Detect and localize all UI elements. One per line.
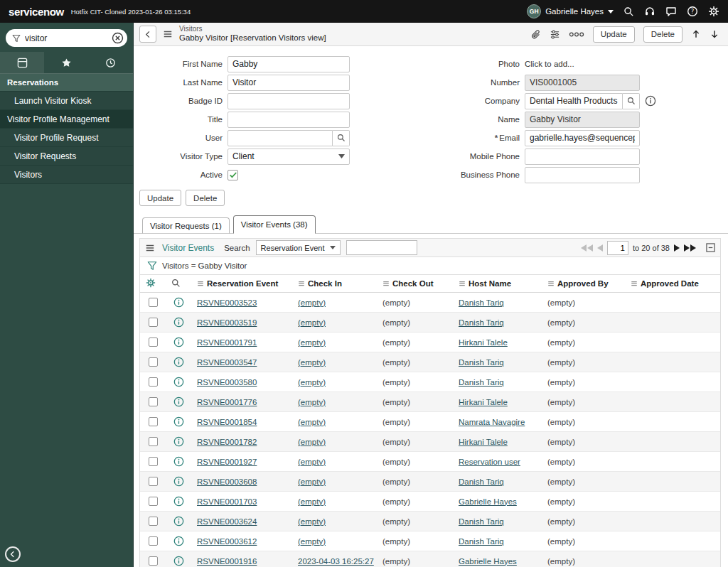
record-preview-icon[interactable] xyxy=(173,297,184,308)
photo-add-link[interactable]: Click to add... xyxy=(525,60,574,68)
record-preview-icon[interactable] xyxy=(173,536,184,546)
host-name-link[interactable]: Danish Tariq xyxy=(459,477,504,486)
reservation-event-link[interactable]: RSVNE0003608 xyxy=(197,477,257,486)
clear-search-icon[interactable] xyxy=(112,32,124,44)
list-search-input[interactable] xyxy=(346,240,417,255)
row-checkbox[interactable] xyxy=(149,477,158,486)
user-lookup-icon[interactable] xyxy=(333,130,350,146)
record-preview-icon[interactable] xyxy=(173,456,184,467)
visitor-type-select[interactable]: Client xyxy=(228,148,350,165)
tab-visitor-events[interactable]: Visitor Events (38) xyxy=(233,215,316,234)
host-name-link[interactable]: Hirkani Talele xyxy=(459,438,508,446)
update-button-bottom[interactable]: Update xyxy=(139,190,181,206)
attachment-icon[interactable] xyxy=(530,29,541,40)
list-context-menu-icon[interactable] xyxy=(145,243,155,253)
host-name-link[interactable]: Hirkani Talele xyxy=(459,398,508,406)
sidebar-item-visitor-profile-request[interactable]: Visitor Profile Request xyxy=(0,129,133,147)
user-input[interactable] xyxy=(228,130,333,146)
reservation-event-link[interactable]: RSVNE0001703 xyxy=(197,497,257,506)
tab-visitor-requests[interactable]: Visitor Requests (1) xyxy=(142,217,230,234)
reservation-event-link[interactable]: RSVNE0003580 xyxy=(197,378,257,387)
prev-page-icon[interactable] xyxy=(597,244,603,252)
nav-tab-favorites[interactable] xyxy=(44,52,88,73)
host-name-link[interactable]: Gabrielle Hayes xyxy=(459,557,517,566)
reservation-event-link[interactable]: RSVNE0001854 xyxy=(197,418,257,426)
row-checkbox[interactable] xyxy=(149,338,158,347)
check-in-link[interactable]: (empty) xyxy=(298,477,326,486)
sidebar-collapse-button[interactable] xyxy=(5,546,21,562)
check-in-link[interactable]: (empty) xyxy=(298,358,326,367)
reservation-event-link[interactable]: RSVNE0001916 xyxy=(197,557,257,566)
check-in-link[interactable]: (empty) xyxy=(298,338,326,347)
reservation-event-link[interactable]: RSVNE0003624 xyxy=(197,517,257,526)
more-options-icon[interactable] xyxy=(569,31,584,38)
record-preview-icon[interactable] xyxy=(173,436,184,447)
reservation-event-link[interactable]: RSVNE0003547 xyxy=(197,358,257,367)
record-preview-icon[interactable] xyxy=(173,396,184,407)
host-name-link[interactable]: Reservation user xyxy=(459,458,520,466)
host-name-link[interactable]: Danish Tariq xyxy=(459,298,504,307)
check-in-link[interactable]: (empty) xyxy=(298,458,326,466)
host-name-link[interactable]: Hirkani Talele xyxy=(459,338,508,347)
row-checkbox[interactable] xyxy=(149,457,158,466)
first-page-icon[interactable] xyxy=(581,244,593,252)
record-preview-icon[interactable] xyxy=(173,476,184,487)
form-context-menu-icon[interactable] xyxy=(163,29,173,39)
column-header-check-out[interactable]: Check Out xyxy=(377,275,453,293)
company-input[interactable] xyxy=(525,93,623,109)
business-phone-input[interactable] xyxy=(525,167,640,183)
navigator-search-input[interactable] xyxy=(25,33,107,43)
host-name-link[interactable]: Namrata Navagire xyxy=(459,418,525,426)
column-menu-icon[interactable] xyxy=(631,280,638,287)
badge-id-input[interactable] xyxy=(228,93,350,109)
nav-tab-all-apps[interactable] xyxy=(0,52,44,73)
check-in-link[interactable]: (empty) xyxy=(298,298,326,307)
column-header-approved-date[interactable]: Approved Date xyxy=(625,275,721,293)
row-checkbox[interactable] xyxy=(149,536,158,546)
gear-icon[interactable] xyxy=(708,6,719,17)
column-header-host-name[interactable]: Host Name xyxy=(453,275,542,293)
host-name-link[interactable]: Danish Tariq xyxy=(459,378,504,387)
check-in-link[interactable]: (empty) xyxy=(298,398,326,406)
personalize-form-icon[interactable] xyxy=(550,29,560,40)
record-preview-icon[interactable] xyxy=(173,317,184,328)
nav-tab-history[interactable] xyxy=(89,52,133,73)
sidebar-item-visitors[interactable]: Visitors xyxy=(0,166,133,184)
sidebar-item-launch-visitor-kiosk[interactable]: Launch Visitor Kiosk xyxy=(0,92,133,110)
delete-button[interactable]: Delete xyxy=(643,26,682,43)
sidebar-item-visitor-profile-management[interactable]: Visitor Profile Management xyxy=(0,110,133,129)
reservation-event-link[interactable]: RSVNE0003519 xyxy=(197,318,257,327)
sidebar-item-visitor-requests[interactable]: Visitor Requests xyxy=(0,147,133,166)
list-search-icon[interactable] xyxy=(171,279,181,288)
email-input[interactable] xyxy=(525,130,640,146)
column-menu-icon[interactable] xyxy=(547,280,555,287)
list-breadcrumb[interactable]: Visitors = Gabby Visitor xyxy=(162,261,247,270)
list-title[interactable]: Visitor Events xyxy=(161,243,218,253)
host-name-link[interactable]: Danish Tariq xyxy=(459,537,504,546)
collapse-list-icon[interactable] xyxy=(706,243,715,252)
column-menu-icon[interactable] xyxy=(197,280,204,287)
headset-icon[interactable] xyxy=(644,6,655,17)
back-button[interactable] xyxy=(139,26,156,43)
reservation-event-link[interactable]: RSVNE0001791 xyxy=(197,338,257,347)
first-name-input[interactable] xyxy=(228,56,350,72)
check-in-link[interactable]: (empty) xyxy=(298,517,326,526)
mobile-phone-input[interactable] xyxy=(525,148,640,165)
host-name-link[interactable]: Danish Tariq xyxy=(459,318,504,327)
chat-icon[interactable] xyxy=(665,6,677,17)
row-checkbox[interactable] xyxy=(149,397,158,406)
reservation-event-link[interactable]: RSVNE0001927 xyxy=(197,458,257,466)
last-name-input[interactable] xyxy=(228,75,350,91)
column-header-reservation-event[interactable]: Reservation Event xyxy=(191,275,292,293)
search-icon[interactable] xyxy=(623,6,634,17)
column-header-approved-by[interactable]: Approved By xyxy=(542,275,625,293)
record-preview-icon[interactable] xyxy=(173,357,184,367)
column-menu-icon[interactable] xyxy=(298,280,305,287)
record-preview-icon[interactable] xyxy=(173,516,184,526)
record-preview-icon[interactable] xyxy=(173,416,184,427)
delete-button-bottom[interactable]: Delete xyxy=(186,190,225,206)
host-name-link[interactable]: Danish Tariq xyxy=(459,358,504,367)
update-button[interactable]: Update xyxy=(593,26,635,43)
row-checkbox[interactable] xyxy=(149,318,158,327)
row-checkbox[interactable] xyxy=(149,298,158,307)
